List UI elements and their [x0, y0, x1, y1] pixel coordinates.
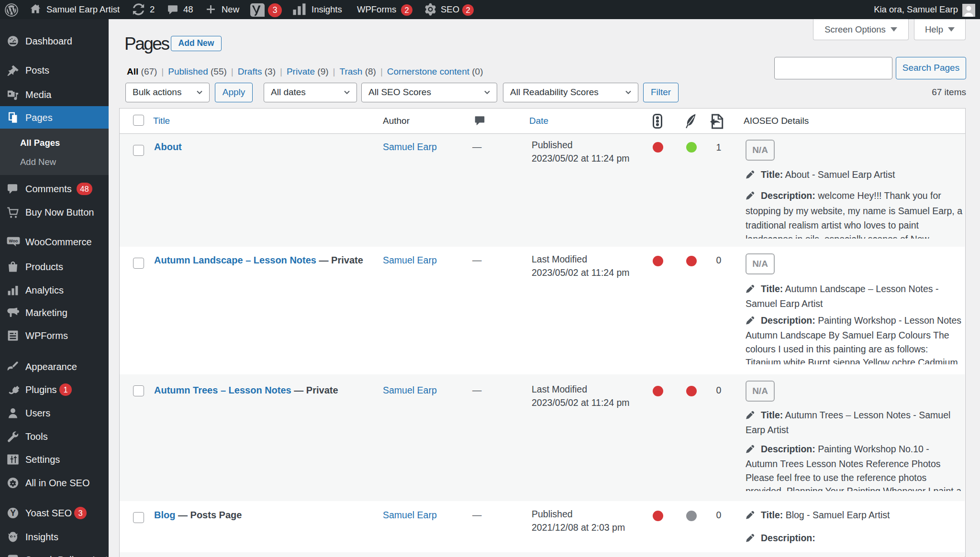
svg-text:Y: Y — [10, 508, 16, 518]
svg-text:Woo: Woo — [9, 239, 18, 243]
